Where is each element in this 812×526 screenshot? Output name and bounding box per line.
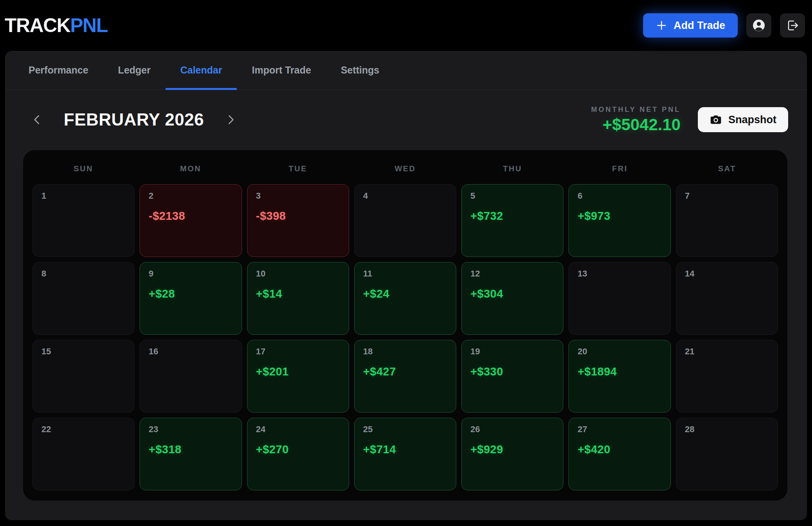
day-pnl-value: +$318 xyxy=(149,443,233,456)
day-cell[interactable]: 6+$973 xyxy=(568,184,670,257)
day-number: 27 xyxy=(577,424,661,434)
day-cell[interactable]: 12+$304 xyxy=(461,262,563,335)
day-number: 15 xyxy=(41,346,125,357)
day-cell[interactable]: 24+$270 xyxy=(247,418,349,490)
day-cell[interactable]: 10+$14 xyxy=(247,262,349,335)
day-cell[interactable]: 5+$732 xyxy=(461,184,563,257)
day-number: 7 xyxy=(685,191,769,201)
day-pnl-value: +$427 xyxy=(363,365,447,378)
day-number: 12 xyxy=(470,269,554,279)
chevron-left-icon xyxy=(31,113,44,126)
add-trade-label: Add Trade xyxy=(674,20,725,32)
day-pnl-value: +$14 xyxy=(256,287,340,300)
day-number: 2 xyxy=(149,191,233,201)
main-panel: PerformanceLedgerCalendarImport TradeSet… xyxy=(5,51,807,520)
day-number: 8 xyxy=(41,269,125,279)
day-number: 20 xyxy=(577,346,661,357)
day-cell[interactable]: 27+$420 xyxy=(568,418,670,490)
day-number: 5 xyxy=(470,191,554,201)
day-cell[interactable]: 18+$427 xyxy=(354,340,456,413)
camera-icon xyxy=(710,113,722,126)
monthly-net-pnl-label: MONTHLY NET PNL xyxy=(591,106,681,114)
day-number: 13 xyxy=(577,269,661,279)
day-cell[interactable]: 7 xyxy=(676,184,778,257)
day-cell[interactable]: 11+$24 xyxy=(354,262,456,335)
calendar-container: SUNMONTUEWEDTHUFRISAT 12-$21383-$39845+$… xyxy=(23,150,787,501)
user-circle-icon xyxy=(752,18,766,32)
tab-performance[interactable]: Performance xyxy=(14,51,103,90)
plus-icon xyxy=(656,20,667,31)
day-cell[interactable]: 23+$318 xyxy=(140,418,242,490)
day-pnl-value: +$1894 xyxy=(577,365,661,378)
day-number: 16 xyxy=(149,346,233,357)
day-pnl-value: +$270 xyxy=(256,443,340,456)
day-cell[interactable]: 9+$28 xyxy=(140,262,242,335)
logo-track-text: TRACK xyxy=(5,14,70,36)
nav-tabbar: PerformanceLedgerCalendarImport TradeSet… xyxy=(5,51,807,90)
profile-button[interactable] xyxy=(746,13,771,38)
prev-month-button[interactable] xyxy=(28,110,47,129)
snapshot-button[interactable]: Snapshot xyxy=(698,107,788,132)
add-trade-button[interactable]: Add Trade xyxy=(643,13,738,38)
day-cell[interactable]: 16 xyxy=(140,340,242,413)
day-cell[interactable]: 13 xyxy=(568,262,670,335)
next-month-button[interactable] xyxy=(220,110,240,129)
weekday-label: WED xyxy=(354,160,456,178)
weekday-label: THU xyxy=(462,160,563,178)
weekday-header-row: SUNMONTUEWEDTHUFRISAT xyxy=(32,160,778,178)
day-number: 19 xyxy=(470,346,554,357)
logout-button[interactable] xyxy=(780,13,805,38)
day-cell[interactable]: 15 xyxy=(32,340,134,413)
day-number: 10 xyxy=(256,269,340,279)
day-number: 1 xyxy=(41,191,125,201)
day-pnl-value: +$420 xyxy=(577,443,661,456)
day-cell[interactable]: 25+$714 xyxy=(354,418,456,490)
tab-ledger[interactable]: Ledger xyxy=(103,51,165,90)
day-pnl-value: +$330 xyxy=(470,365,554,378)
day-cell[interactable]: 17+$201 xyxy=(247,340,349,413)
day-pnl-value: +$24 xyxy=(363,287,447,300)
day-number: 11 xyxy=(363,269,447,279)
day-pnl-value: +$714 xyxy=(363,443,447,456)
day-cell[interactable]: 14 xyxy=(676,262,778,335)
day-cell[interactable]: 26+$929 xyxy=(461,418,563,490)
day-pnl-value: -$398 xyxy=(256,210,340,223)
day-pnl-value: +$28 xyxy=(149,287,233,300)
day-cell[interactable]: 19+$330 xyxy=(461,340,563,413)
day-cell[interactable]: 21 xyxy=(676,340,778,413)
month-summary-side: MONTHLY NET PNL +$5042.10 Snapshot xyxy=(591,106,788,134)
weekday-label: FRI xyxy=(569,160,670,178)
day-number: 3 xyxy=(256,191,340,201)
day-cell[interactable]: 2-$2138 xyxy=(140,184,242,257)
weekday-label: TUE xyxy=(247,160,349,178)
tab-calendar[interactable]: Calendar xyxy=(165,51,237,90)
day-number: 4 xyxy=(363,191,447,201)
day-cell[interactable]: 1 xyxy=(32,184,134,257)
day-cell[interactable]: 3-$398 xyxy=(247,184,349,257)
tab-settings[interactable]: Settings xyxy=(326,51,394,90)
chevron-right-icon xyxy=(224,113,237,126)
tab-import-trade[interactable]: Import Trade xyxy=(237,51,326,90)
snapshot-label: Snapshot xyxy=(728,114,776,126)
day-cell[interactable]: 8 xyxy=(32,262,134,335)
day-cell[interactable]: 4 xyxy=(354,184,456,257)
day-number: 25 xyxy=(363,424,447,434)
day-pnl-value: +$304 xyxy=(470,287,554,300)
day-number: 24 xyxy=(256,424,340,434)
day-number: 6 xyxy=(577,191,661,201)
day-number: 26 xyxy=(470,424,554,434)
header-actions: Add Trade xyxy=(643,13,805,38)
day-pnl-value: +$732 xyxy=(470,210,554,223)
day-number: 14 xyxy=(685,269,769,279)
day-number: 28 xyxy=(685,424,769,434)
logo-pnl-text: PNL xyxy=(70,14,108,36)
day-number: 23 xyxy=(149,424,233,434)
weekday-label: SUN xyxy=(32,160,134,178)
day-cell[interactable]: 28 xyxy=(676,418,778,490)
day-number: 18 xyxy=(363,346,447,357)
monthly-net-pnl-value: +$5042.10 xyxy=(591,115,681,134)
day-cell[interactable]: 22 xyxy=(32,418,134,490)
month-navigation: FEBRUARY 2026 xyxy=(28,110,240,129)
month-title: FEBRUARY 2026 xyxy=(64,110,204,129)
day-cell[interactable]: 20+$1894 xyxy=(568,340,670,413)
